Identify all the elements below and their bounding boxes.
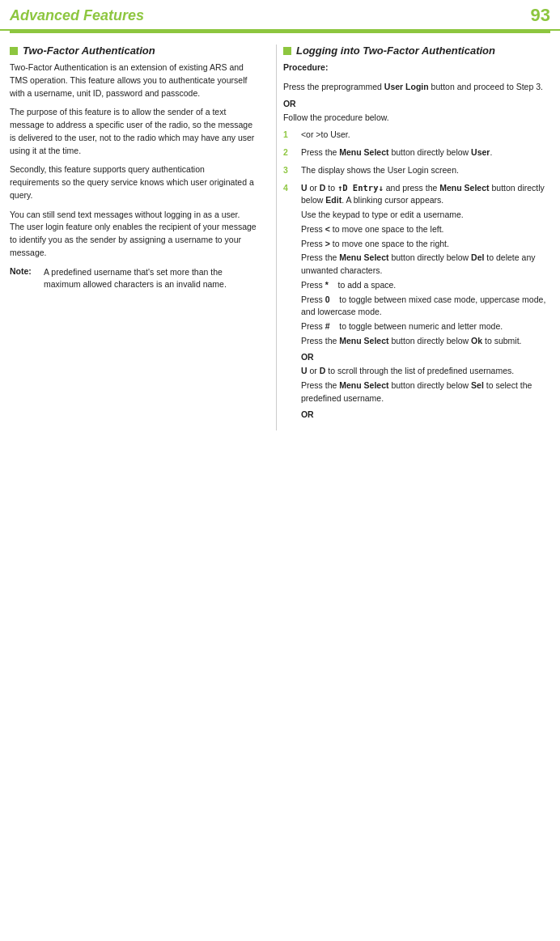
step-1-content: <or >to User. — [301, 129, 550, 142]
right-heading-text: Logging into Two-Factor Authentication — [296, 45, 495, 57]
step-4: 4 U or D to ↑D Entry↓ and press the Menu… — [283, 182, 550, 423]
page-title: Advanced Features — [10, 7, 144, 24]
step-4-sub-6: Press 0 to toggle between mixed case mod… — [301, 294, 550, 320]
note-text: A predefined username that's set more th… — [44, 266, 257, 292]
content-area: Two-Factor Authentication Two-Factor Aut… — [0, 38, 560, 437]
step-2-bold: Menu Select — [339, 147, 388, 157]
procedure-section: Procedure: Press the preprogrammed User … — [283, 61, 550, 422]
left-para-3: Secondly, this feature supports query au… — [10, 163, 257, 201]
note-row: Note: A predefined username that's set m… — [10, 266, 257, 292]
step-4-sub-7: Press # to toggle between numeric and le… — [301, 320, 550, 333]
steps-list: 1 <or >to User. 2 Press the Menu Select … — [283, 129, 550, 422]
left-para-2: The purpose of this feature is to allow … — [10, 106, 257, 157]
step-4-content: U or D to ↑D Entry↓ and press the Menu S… — [301, 182, 550, 423]
step-4-sub-8: Press the Menu Select button directly be… — [301, 335, 550, 348]
step-4-del: Del — [471, 252, 484, 262]
step-4-main: U or D to ↑D Entry↓ and press the Menu S… — [301, 182, 550, 208]
step-4-sub-4: Press the Menu Select button directly be… — [301, 252, 550, 278]
step-4-edit: Edit — [325, 195, 342, 205]
step-1: 1 <or >to User. — [283, 129, 550, 142]
step-1-num: 1 — [283, 129, 295, 142]
step-4-zero: 0 — [325, 295, 330, 304]
section-icon — [10, 47, 18, 55]
left-para-4: You can still send text messages without… — [10, 209, 257, 260]
procedure-label-bold: Procedure: — [283, 62, 328, 72]
step-3-num: 3 — [283, 164, 295, 177]
left-heading-text: Two-Factor Authentication — [23, 45, 155, 57]
page-number: 93 — [531, 5, 550, 26]
step-3-content: The display shows the User Login screen. — [301, 164, 550, 177]
step-4-sub-2: Press < to move one space to the left. — [301, 223, 550, 236]
step-4-sub-1: Use the keypad to type or edit a usernam… — [301, 209, 550, 222]
step-4-u2: U — [301, 366, 308, 375]
right-section-heading: Logging into Two-Factor Authentication — [283, 45, 550, 57]
step-4-sub-10: Press the Menu Select button directly be… — [301, 379, 550, 405]
step-2-content: Press the Menu Select button directly be… — [301, 146, 550, 159]
left-column: Two-Factor Authentication Two-Factor Aut… — [10, 45, 263, 430]
note-label: Note: — [10, 266, 39, 292]
step-4-menu-select-4: Menu Select — [339, 380, 388, 390]
step-2-bold-2: User — [471, 147, 490, 157]
step-4-or-2: OR — [301, 409, 550, 422]
step-4-ok: Ok — [471, 336, 482, 345]
step-4-entry: ↑D Entry↓ — [337, 183, 384, 193]
header-divider — [10, 31, 550, 33]
follow-procedure-text: Follow the procedure below. — [283, 112, 550, 125]
or-text-1: OR — [283, 99, 550, 108]
step-4-u: U — [301, 183, 308, 193]
procedure-label: Procedure: — [283, 61, 550, 74]
right-section-icon — [283, 47, 291, 55]
step-4-star: * — [325, 280, 329, 290]
step-2-num: 2 — [283, 146, 295, 159]
step-4-or-1: OR — [301, 351, 550, 364]
left-section-heading: Two-Factor Authentication — [10, 45, 257, 57]
step-4-left: < — [325, 224, 330, 234]
step-4-sub-9: U or D to scroll through the list of pre… — [301, 365, 550, 378]
step-4-d: D — [320, 183, 326, 193]
step-3: 3 The display shows the User Login scree… — [283, 164, 550, 177]
step-4-d2: D — [320, 366, 326, 375]
step-4-sub-5: Press * to add a space. — [301, 279, 550, 292]
user-login-bold: User Login — [384, 82, 429, 91]
proc-intro-line: Press the preprogrammed User Login butto… — [283, 81, 550, 94]
step-4-num: 4 — [283, 182, 295, 423]
left-para-1: Two-Factor Authentication is an extensio… — [10, 61, 257, 100]
step-2: 2 Press the Menu Select button directly … — [283, 146, 550, 159]
step-4-menu-select-2: Menu Select — [339, 252, 388, 262]
step-4-right: > — [325, 239, 330, 248]
step-4-sub-3: Press > to move one space to the right. — [301, 238, 550, 251]
step-4-menu-select: Menu Select — [439, 183, 489, 193]
step-4-hash: # — [325, 321, 330, 331]
page-header: Advanced Features 93 — [0, 0, 560, 31]
right-column: Logging into Two-Factor Authentication P… — [276, 45, 550, 430]
step-4-sel: Sel — [471, 380, 484, 390]
step-4-menu-select-3: Menu Select — [339, 336, 388, 345]
